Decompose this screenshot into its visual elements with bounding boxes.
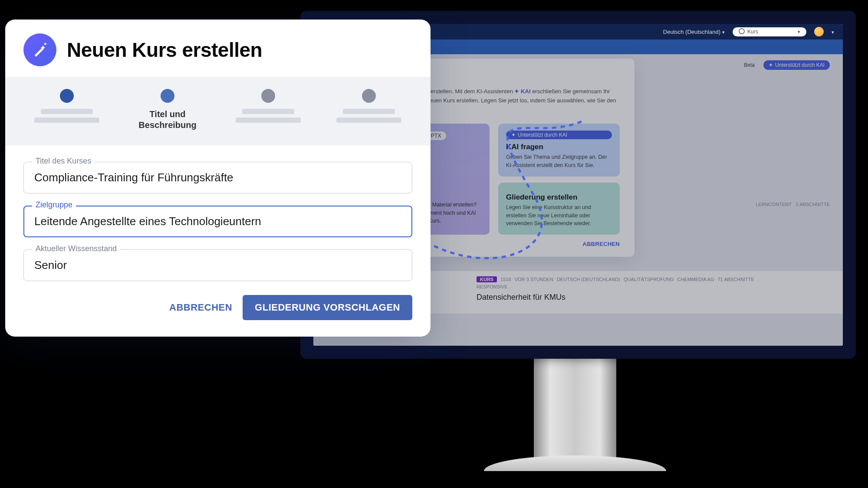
step-2-title-description[interactable]: Titel und Beschreibung (124, 89, 211, 131)
knowledge-level-input[interactable] (23, 249, 412, 281)
field-label: Aktueller Wissensstand (32, 244, 120, 253)
avatar[interactable] (814, 27, 824, 36)
language-selector[interactable]: Deutsch (Deutschland) (663, 29, 725, 35)
form: Titel des Kurses Zielgruppe Aktueller Wi… (5, 145, 431, 290)
card-title: KAI fragen (506, 143, 612, 151)
modal-header: Neuen Kurs erstellen (5, 20, 431, 77)
field-target-group: Zielgruppe (23, 206, 412, 237)
header-chips: Beta ✦ Unterstützt durch KAI (740, 60, 830, 70)
card-desc: Legen Sie eine Kursstruktur an und erste… (506, 203, 612, 228)
chevron-down-icon (722, 29, 725, 35)
modal-title: Neuen Kurs erstellen (67, 38, 262, 62)
modal-actions: ABBRECHEN GLIEDERUNG VORSCHLAGEN (5, 290, 431, 337)
stepper: Titel und Beschreibung (5, 77, 431, 145)
monitor-stand (534, 358, 616, 462)
wizard-icon (23, 33, 56, 66)
field-label: Titel des Kurses (32, 157, 95, 166)
kai-link[interactable]: ✦ KAI (514, 88, 530, 95)
course-title: Datensicherheit für KMUs (477, 293, 830, 302)
beta-badge: Beta (740, 60, 759, 70)
step-dot (161, 89, 174, 103)
course-meta: KURS 1518 VOR 3 STUNDEN DEUTSCH (DEUTSCH… (477, 276, 830, 282)
step-dot (60, 89, 74, 103)
kai-badge: ✦ Unterstützt durch KAI (763, 60, 830, 70)
language-label: Deutsch (Deutschland) (663, 29, 720, 35)
search-icon (739, 28, 745, 36)
sparkle-icon: ✦ (511, 132, 516, 138)
target-group-input[interactable] (23, 206, 412, 237)
bg-meta-row: LERNCONTENT 2 ABSCHNITTE (756, 202, 830, 207)
step-dot (362, 89, 376, 103)
step-1[interactable] (23, 89, 110, 131)
monitor-base (484, 455, 666, 471)
global-search[interactable]: Kurs (733, 27, 806, 36)
card-create-outline[interactable]: Gliederung erstellen Legen Sie eine Kurs… (498, 183, 620, 235)
card-desc: Geben Sie Thema und Zielgruppe an. Der K… (506, 153, 612, 170)
suggest-outline-button[interactable]: GLIEDERUNG VORSCHLAGEN (243, 295, 412, 320)
step-dot (261, 89, 275, 103)
sparkle-icon: ✦ (769, 62, 773, 68)
field-course-title: Titel des Kurses (23, 162, 412, 193)
course-title-input[interactable] (23, 162, 412, 193)
step-3[interactable] (225, 89, 312, 131)
step-4[interactable] (326, 89, 412, 131)
search-placeholder: Kurs (747, 29, 758, 35)
card-title: Gliederung erstellen (506, 193, 612, 202)
card-ask-kai[interactable]: ✦ Unterstützt durch KAI KAI fragen Geben… (498, 124, 620, 177)
chevron-down-icon (798, 29, 800, 35)
kai-pill: ✦ Unterstützt durch KAI (506, 131, 612, 139)
cancel-button[interactable]: ABBRECHEN (169, 302, 232, 313)
field-knowledge-level: Aktueller Wissensstand (23, 249, 412, 281)
chevron-down-icon (832, 29, 834, 35)
field-label: Zielgruppe (32, 200, 76, 210)
create-course-modal: Neuen Kurs erstellen Titel und Beschreib… (5, 20, 431, 337)
